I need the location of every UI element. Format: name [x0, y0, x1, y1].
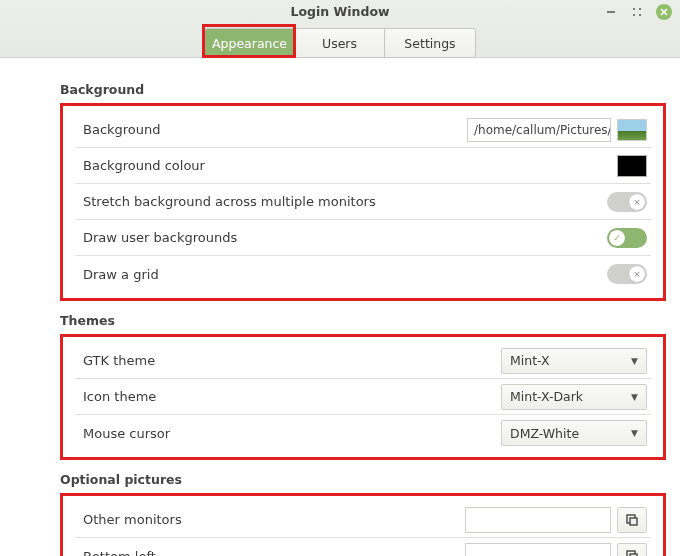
section-title-themes: Themes — [60, 313, 666, 328]
row-icon-theme: Icon theme Mint-X-Dark ▼ — [75, 379, 651, 415]
input-bottom-left[interactable] — [465, 543, 611, 556]
background-thumbnail[interactable] — [617, 119, 647, 141]
label-gtk-theme: GTK theme — [79, 353, 501, 368]
titlebar: Login Window Appearance Users Settings — [0, 0, 680, 58]
tab-settings[interactable]: Settings — [385, 29, 475, 57]
panel-themes: GTK theme Mint-X ▼ Icon theme Mint-X-Dar… — [60, 334, 666, 460]
row-draw-user: Draw user backgrounds ✓ — [75, 220, 651, 256]
x-icon: × — [633, 269, 641, 279]
label-icon-theme: Icon theme — [79, 389, 501, 404]
panel-optional: Other monitors Bottom left — [60, 493, 666, 556]
label-draw-grid: Draw a grid — [79, 267, 607, 282]
copy-icon — [625, 513, 639, 527]
tab-appearance[interactable]: Appearance — [205, 29, 295, 57]
browse-button-bottom[interactable] — [617, 543, 647, 556]
section-title-optional: Optional pictures — [60, 472, 666, 487]
label-stretch: Stretch background across multiple monit… — [79, 194, 607, 209]
label-mouse-cursor: Mouse cursor — [79, 426, 501, 441]
panel-background: Background /home/callum/Pictures/ca Back… — [60, 103, 666, 301]
combo-value: DMZ-White — [510, 426, 579, 441]
window-controls — [604, 4, 672, 20]
section-title-background: Background — [60, 82, 666, 97]
x-icon: × — [633, 197, 641, 207]
tab-bar: Appearance Users Settings — [204, 28, 476, 58]
row-background-colour: Background colour — [75, 148, 651, 184]
svg-rect-8 — [630, 518, 637, 525]
maximize-button[interactable] — [630, 5, 644, 19]
combo-value: Mint-X-Dark — [510, 389, 583, 404]
chevron-down-icon: ▼ — [631, 428, 638, 438]
input-other-monitors[interactable] — [465, 507, 611, 533]
label-background: Background — [79, 122, 467, 137]
row-stretch: Stretch background across multiple monit… — [75, 184, 651, 220]
content-area: Background Background /home/callum/Pictu… — [0, 58, 680, 556]
row-draw-grid: Draw a grid × — [75, 256, 651, 292]
check-icon: ✓ — [613, 233, 621, 243]
background-path-field[interactable]: /home/callum/Pictures/ca — [467, 118, 611, 142]
combo-gtk-theme[interactable]: Mint-X ▼ — [501, 348, 647, 374]
chevron-down-icon: ▼ — [631, 392, 638, 402]
combo-value: Mint-X — [510, 353, 550, 368]
svg-point-2 — [639, 8, 641, 10]
label-background-colour: Background colour — [79, 158, 617, 173]
tab-users[interactable]: Users — [295, 29, 385, 57]
toggle-draw-user[interactable]: ✓ — [607, 228, 647, 248]
svg-point-1 — [633, 8, 635, 10]
row-gtk-theme: GTK theme Mint-X ▼ — [75, 343, 651, 379]
window-title: Login Window — [0, 4, 680, 19]
label-bottom-left: Bottom left — [79, 549, 465, 557]
background-colour-swatch[interactable] — [617, 155, 647, 177]
label-draw-user: Draw user backgrounds — [79, 230, 607, 245]
chevron-down-icon: ▼ — [631, 356, 638, 366]
combo-icon-theme[interactable]: Mint-X-Dark ▼ — [501, 384, 647, 410]
label-other-monitors: Other monitors — [79, 512, 465, 527]
combo-mouse-cursor[interactable]: DMZ-White ▼ — [501, 420, 647, 446]
minimize-button[interactable] — [604, 5, 618, 19]
toggle-stretch[interactable]: × — [607, 192, 647, 212]
row-other-monitors: Other monitors — [75, 502, 651, 538]
svg-point-4 — [639, 14, 641, 16]
svg-point-3 — [633, 14, 635, 16]
row-bottom-left: Bottom left — [75, 538, 651, 556]
row-background: Background /home/callum/Pictures/ca — [75, 112, 651, 148]
toggle-draw-grid[interactable]: × — [607, 264, 647, 284]
close-button[interactable] — [656, 4, 672, 20]
browse-button-other[interactable] — [617, 507, 647, 533]
row-mouse-cursor: Mouse cursor DMZ-White ▼ — [75, 415, 651, 451]
copy-icon — [625, 549, 639, 556]
